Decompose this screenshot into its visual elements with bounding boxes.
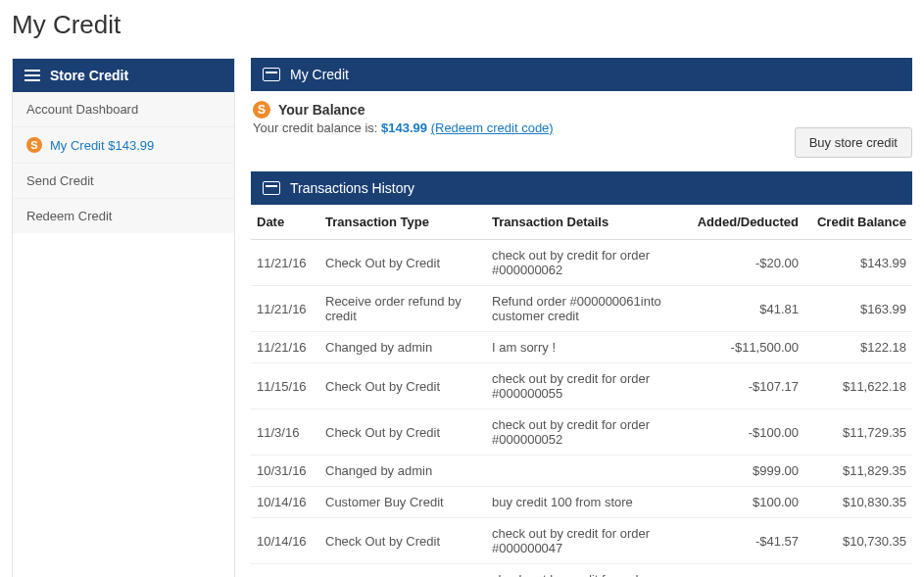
cell-type: Check Out by Credit bbox=[319, 363, 486, 409]
cell-balance: $10,771.92 bbox=[804, 564, 912, 578]
cell-balance: $11,829.35 bbox=[804, 456, 912, 487]
cell-type: Changed by admin bbox=[319, 332, 486, 363]
cell-balance: $163.99 bbox=[804, 286, 912, 332]
cell-details: I am sorry ! bbox=[486, 332, 687, 363]
cell-details: check out by credit for order #000000055 bbox=[486, 363, 687, 409]
table-row: 10/31/16Changed by admin$999.00$11,829.3… bbox=[251, 456, 912, 487]
cell-details: buy credit 100 from store bbox=[486, 487, 687, 518]
cell-date: 10/14/16 bbox=[251, 487, 319, 518]
col-header-balance: Credit Balance bbox=[804, 205, 912, 240]
sidebar-header: Store Credit bbox=[13, 59, 234, 92]
transactions-history-header: Transactions History bbox=[251, 171, 912, 205]
transactions-table: Date Transaction Type Transaction Detail… bbox=[251, 205, 912, 577]
table-row: 11/21/16Check Out by Creditcheck out by … bbox=[251, 240, 912, 286]
col-header-amount: Added/Deducted bbox=[687, 205, 804, 240]
my-credit-card-header: My Credit bbox=[251, 58, 912, 91]
cell-type: Check Out by Credit bbox=[319, 409, 486, 456]
sidebar-item-label: Redeem Credit bbox=[26, 209, 112, 223]
cell-type: Receive order refund by credit bbox=[319, 286, 486, 332]
cell-amount: -$100.00 bbox=[687, 409, 804, 456]
cell-date: 11/21/16 bbox=[251, 332, 319, 363]
cell-balance: $10,730.35 bbox=[804, 518, 912, 564]
sidebar-header-label: Store Credit bbox=[50, 68, 128, 83]
cell-balance: $122.18 bbox=[804, 332, 912, 363]
card-icon bbox=[263, 181, 280, 195]
col-header-details: Transaction Details bbox=[486, 205, 687, 240]
cell-balance: $10,830.35 bbox=[804, 487, 912, 518]
redeem-credit-code-link[interactable]: (Redeem credit code) bbox=[431, 120, 554, 135]
sidebar: Store Credit Account Dashboard S My Cred… bbox=[12, 58, 235, 577]
cell-details: Refund order #000000061into customer cre… bbox=[486, 286, 687, 332]
table-row: 11/3/16Check Out by Creditcheck out by c… bbox=[251, 409, 912, 456]
cell-date: 10/14/16 bbox=[251, 518, 319, 564]
balance-amount: $143.99 bbox=[381, 120, 427, 135]
cell-details: check out by credit for order #000000047 bbox=[486, 518, 687, 564]
transactions-history-header-label: Transactions History bbox=[290, 180, 414, 196]
cell-details: check out by credit for order #000000046 bbox=[486, 564, 687, 578]
transactions-history-card: Transactions History Date Transaction Ty… bbox=[251, 171, 912, 577]
balance-row: S Your Balance bbox=[251, 91, 912, 120]
cell-date: 11/21/16 bbox=[251, 240, 319, 286]
cell-type: Customer Buy Credit bbox=[319, 487, 486, 518]
my-credit-header-label: My Credit bbox=[290, 67, 349, 82]
cell-details: check out by credit for order #000000052 bbox=[486, 409, 687, 456]
cell-amount: -$34.00 bbox=[687, 564, 804, 578]
cell-date: 10/14/16 bbox=[251, 564, 319, 578]
cell-amount: -$20.00 bbox=[687, 240, 804, 286]
cell-balance: $11,622.18 bbox=[804, 363, 912, 409]
sidebar-item-my-credit[interactable]: S My Credit $143.99 bbox=[13, 127, 234, 164]
cell-date: 11/15/16 bbox=[251, 363, 319, 409]
cell-amount: $999.00 bbox=[687, 456, 804, 487]
sidebar-item-label: Account Dashboard bbox=[26, 102, 138, 117]
cell-details bbox=[486, 456, 687, 487]
col-header-type: Transaction Type bbox=[319, 205, 486, 240]
menu-icon bbox=[24, 70, 40, 81]
balance-prefix: Your credit balance is: bbox=[253, 120, 381, 135]
buy-store-credit-button[interactable]: Buy store credit bbox=[795, 127, 912, 158]
cell-type: Check Out by Credit bbox=[319, 240, 486, 286]
table-row: 10/14/16Check Out by Creditcheck out by … bbox=[251, 518, 912, 564]
table-row: 10/14/16Check Out by Creditcheck out by … bbox=[251, 564, 912, 578]
cell-amount: $100.00 bbox=[687, 487, 804, 518]
table-row: 11/21/16Receive order refund by creditRe… bbox=[251, 286, 912, 332]
card-icon bbox=[263, 68, 280, 81]
sidebar-item-redeem-credit[interactable]: Redeem Credit bbox=[13, 199, 234, 233]
cell-balance: $143.99 bbox=[804, 240, 912, 286]
table-row: 11/21/16Changed by adminI am sorry !-$11… bbox=[251, 332, 912, 363]
cell-amount: -$41.57 bbox=[687, 518, 804, 564]
cell-type: Check Out by Credit bbox=[319, 564, 486, 578]
sidebar-item-send-credit[interactable]: Send Credit bbox=[13, 164, 234, 199]
cell-balance: $11,729.35 bbox=[804, 409, 912, 456]
cell-date: 10/31/16 bbox=[251, 456, 319, 487]
col-header-date: Date bbox=[251, 205, 319, 240]
sidebar-item-label: Send Credit bbox=[26, 173, 94, 188]
sidebar-item-label: My Credit $143.99 bbox=[50, 138, 154, 153]
cell-type: Check Out by Credit bbox=[319, 518, 486, 564]
cell-date: 11/21/16 bbox=[251, 286, 319, 332]
sidebar-item-account-dashboard[interactable]: Account Dashboard bbox=[13, 92, 234, 127]
cell-details: check out by credit for order #000000062 bbox=[486, 240, 687, 286]
cell-amount: -$107.17 bbox=[687, 363, 804, 409]
table-row: 10/14/16Customer Buy Creditbuy credit 10… bbox=[251, 487, 912, 518]
cell-date: 11/3/16 bbox=[251, 409, 319, 456]
table-row: 11/15/16Check Out by Creditcheck out by … bbox=[251, 363, 912, 409]
coin-icon: S bbox=[253, 101, 270, 119]
cell-amount: -$11,500.00 bbox=[687, 332, 804, 363]
cell-amount: $41.81 bbox=[687, 286, 804, 332]
coin-icon: S bbox=[26, 137, 42, 153]
cell-type: Changed by admin bbox=[319, 456, 486, 487]
page-title: My Credit bbox=[12, 10, 912, 40]
balance-title: Your Balance bbox=[278, 102, 365, 118]
